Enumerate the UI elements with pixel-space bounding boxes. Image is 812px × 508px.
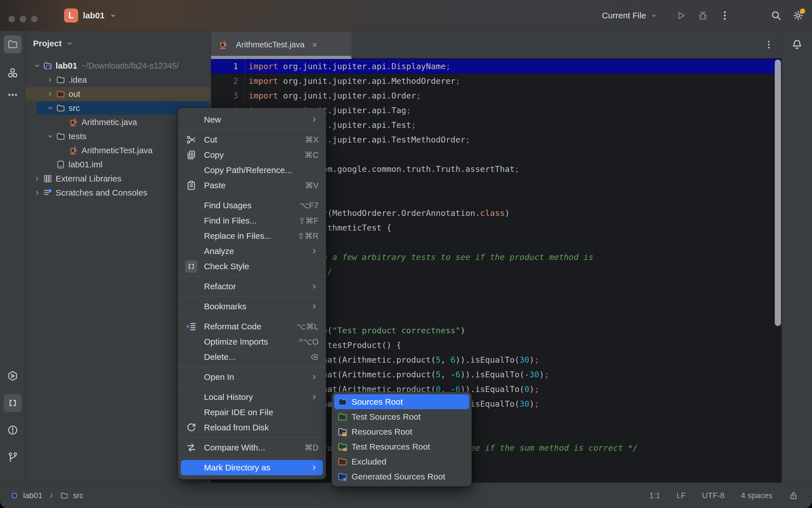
submenu-item-resources-root[interactable]: Resources Root — [332, 424, 471, 439]
breadcrumb-project[interactable]: lab01 — [23, 491, 43, 500]
code-text: import org.junit.jupiter.api.DisplayName… — [245, 59, 451, 74]
shortcut-label: ⇧⌘R — [298, 231, 319, 241]
menu-item-optimize-imports[interactable]: Optimize Imports^⌥O — [178, 334, 326, 349]
kebab-icon — [719, 10, 730, 21]
tree-item-idea[interactable]: .idea — [26, 73, 211, 87]
zoom-window-button[interactable] — [31, 16, 38, 22]
run-configuration-selector[interactable]: Current File — [602, 11, 658, 20]
code-text: import org.junit.jupiter.api.MethodOrder… — [245, 74, 460, 88]
close-tab-icon[interactable]: × — [312, 39, 317, 50]
line-number[interactable]: 3 — [211, 88, 245, 103]
code-line-3[interactable]: 3import org.junit.jupiter.api.Order; — [211, 88, 781, 103]
menu-item-reload-from-disk[interactable]: Reload from Disk — [178, 420, 326, 435]
line-number[interactable]: 2 — [211, 74, 245, 88]
scissors-icon — [185, 133, 198, 146]
unlocked-icon[interactable] — [789, 491, 799, 500]
more-tools-button[interactable] — [4, 86, 22, 104]
minimize-window-button[interactable] — [20, 16, 26, 22]
chevron-down-icon[interactable] — [33, 61, 42, 71]
menu-item-open-in[interactable]: Open In — [178, 370, 326, 385]
menu-item-refactor[interactable]: Refactor — [178, 279, 326, 294]
shortcut-label: ⌘C — [305, 150, 319, 160]
project-logo: L — [64, 8, 78, 23]
chevron-right-icon[interactable] — [45, 89, 55, 99]
menu-item-delete[interactable]: Delete... — [178, 349, 326, 365]
chevron-down-icon[interactable] — [45, 103, 55, 113]
problems-tool-button[interactable] — [4, 421, 22, 439]
indent-spacer — [58, 145, 68, 155]
menu-item-compare-with[interactable]: Compare With...⌘D — [178, 440, 326, 455]
menu-item-reformat-code[interactable]: Reformat Code⌥⌘L — [178, 319, 326, 334]
kebab-icon — [764, 40, 774, 50]
menu-item-new[interactable]: New — [178, 112, 326, 127]
tab-arithmetictest-java[interactable]: ArithmeticTest.java × — [211, 31, 352, 58]
status-line-ending[interactable]: LF — [677, 491, 686, 500]
checkstyle-box-icon — [185, 260, 198, 273]
tab-label: ArithmeticTest.java — [236, 40, 305, 49]
submenu-arrow-icon — [310, 116, 319, 124]
menu-item-replace-in-files[interactable]: Replace in Files...⇧⌘R — [178, 228, 326, 244]
notifications-button[interactable] — [790, 38, 804, 52]
line-number[interactable]: 1 — [211, 59, 245, 74]
menu-item-paste[interactable]: Paste⌘V — [178, 178, 326, 193]
menu-item-find-in-files[interactable]: Find in Files...⇧⌘F — [178, 213, 326, 228]
breadcrumb-folder[interactable]: src — [73, 491, 84, 500]
submenu-item-test-resources-root[interactable]: Test Resources Root — [332, 439, 471, 454]
submenu-item-label: Generated Sources Root — [352, 472, 445, 481]
menu-item-local-history[interactable]: Local History — [178, 389, 326, 405]
submenu-item-label: Sources Root — [352, 397, 403, 407]
menu-item-repair-ide-on-file[interactable]: Repair IDE on File — [178, 405, 326, 420]
structure-tool-button[interactable] — [4, 64, 22, 82]
submenu-item-excluded[interactable]: Excluded — [332, 454, 471, 469]
version-control-tool-button[interactable] — [4, 448, 22, 466]
submenu-item-test-sources-root[interactable]: Test Sources Root — [332, 409, 471, 424]
shortcut-label: ⌥F7 — [300, 201, 319, 210]
menu-item-analyze[interactable]: Analyze — [178, 244, 326, 259]
menu-item-find-usages[interactable]: Find Usages⌥F7 — [178, 198, 326, 213]
tree-item-out[interactable]: out — [26, 87, 211, 101]
tree-item-lab01[interactable]: lab01~/Downloads/fa24-s12345/ — [26, 59, 211, 73]
chevron-down-icon — [66, 40, 74, 47]
menu-item-cut[interactable]: Cut⌘X — [178, 132, 326, 147]
scratches-icon — [43, 188, 53, 198]
code-line-2[interactable]: 2import org.junit.jupiter.api.MethodOrde… — [211, 74, 781, 88]
tool-strip-divider — [5, 58, 20, 59]
folder-icon — [56, 75, 66, 85]
project-tool-button[interactable] — [4, 35, 22, 53]
search-everywhere-button[interactable] — [770, 9, 783, 22]
submenu-item-sources-root[interactable]: Sources Root — [334, 394, 469, 409]
checkstyle-tool-button[interactable] — [4, 394, 22, 412]
menu-group: Open In — [178, 367, 326, 387]
more-actions-button[interactable] — [718, 9, 731, 22]
menu-item-copy[interactable]: Copy⌘C — [178, 147, 326, 163]
menu-item-mark-directory-as[interactable]: Mark Directory as — [181, 460, 323, 475]
code-line-1[interactable]: 1import org.junit.jupiter.api.DisplayNam… — [211, 59, 781, 74]
tree-item-label: Arithmetic.java — [82, 117, 137, 127]
editor-scrollbar[interactable] — [775, 59, 781, 326]
editor-options-button[interactable] — [762, 38, 775, 51]
debug-button[interactable] — [696, 9, 709, 22]
menu-item-bookmarks[interactable]: Bookmarks — [178, 299, 326, 314]
chevron-right-icon[interactable] — [33, 188, 42, 198]
tree-item-label: lab01 — [56, 61, 77, 71]
chevron-down-icon[interactable] — [45, 131, 55, 141]
run-button[interactable] — [674, 9, 687, 22]
settings-button[interactable] — [792, 9, 805, 22]
chevron-right-icon[interactable] — [33, 174, 42, 183]
submenu-item-generated-sources-root[interactable]: Generated Sources Root — [332, 469, 471, 484]
status-encoding[interactable]: UTF-8 — [702, 491, 725, 500]
menu-item-label: Refactor — [204, 282, 236, 291]
status-indent[interactable]: 4 spaces — [741, 491, 772, 500]
chevron-down-icon — [109, 12, 117, 19]
project-switcher[interactable]: L lab01 — [64, 8, 117, 23]
close-window-button[interactable] — [8, 16, 15, 22]
file-icon — [56, 160, 66, 170]
project-panel-header[interactable]: Project — [26, 31, 211, 55]
menu-item-check-style[interactable]: Check Style — [178, 259, 326, 274]
services-tool-button[interactable] — [4, 367, 22, 385]
status-caret-position[interactable]: 1:1 — [649, 491, 660, 500]
folder-module-icon — [43, 61, 53, 71]
chevron-right-icon[interactable] — [45, 75, 55, 85]
menu-item-right: ⇧⌘F — [299, 216, 319, 225]
menu-item-copy-path-reference[interactable]: Copy Path/Reference... — [178, 163, 326, 178]
